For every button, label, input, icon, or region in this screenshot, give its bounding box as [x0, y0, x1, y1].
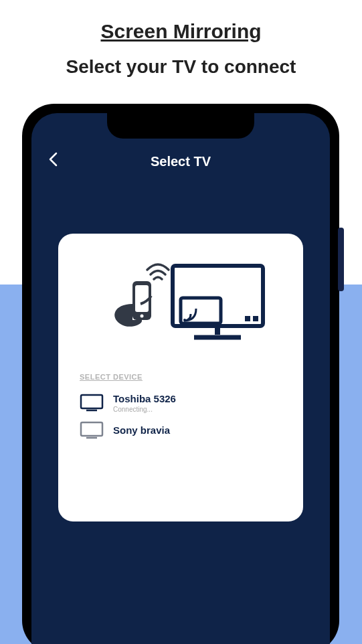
page-subtitle: Select your TV to connect [0, 56, 362, 78]
phone-frame: Select TV [22, 104, 339, 644]
svg-point-2 [183, 319, 186, 321]
device-status: Connecting... [113, 406, 176, 413]
device-name: Toshiba 5326 [113, 393, 176, 404]
device-row-toshiba[interactable]: Toshiba 5326 Connecting... [74, 389, 287, 417]
app-header: Select TV [31, 151, 330, 172]
device-name: Sony bravia [113, 424, 170, 436]
back-button[interactable] [48, 151, 61, 172]
svg-rect-3 [245, 316, 250, 321]
svg-point-9 [141, 315, 144, 318]
header-title: Select TV [151, 154, 211, 169]
phone-screen: Select TV [31, 113, 330, 644]
svg-rect-8 [135, 285, 149, 312]
page-title: Screen Mirroring [0, 0, 362, 43]
phone-side-button [338, 228, 344, 291]
mirroring-illustration [74, 252, 287, 353]
device-row-sony[interactable]: Sony bravia [74, 417, 287, 444]
tv-icon [80, 394, 104, 412]
svg-rect-10 [81, 395, 102, 408]
back-icon [48, 151, 58, 167]
tv-icon [80, 421, 104, 440]
phone-notch [107, 113, 254, 139]
device-card: SELECT DEVICE Toshiba 5326 Connecting... [58, 234, 303, 521]
select-device-label: SELECT DEVICE [80, 373, 287, 381]
svg-rect-12 [81, 422, 102, 436]
svg-rect-4 [253, 316, 258, 321]
